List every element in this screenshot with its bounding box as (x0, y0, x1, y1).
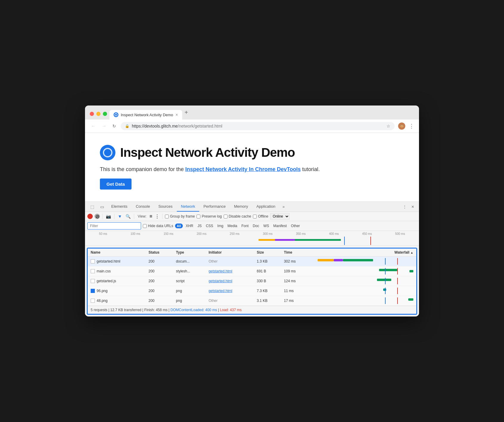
wf-blue-line (385, 258, 386, 265)
separator-1 (102, 214, 103, 219)
requests-count: 5 requests (91, 308, 107, 312)
browser-menu-button[interactable]: ⋮ (409, 123, 414, 129)
url-path: /network/getstarted.html (178, 124, 222, 128)
header-initiator: Initiator (206, 249, 254, 257)
cell-status: 200 (146, 276, 173, 286)
offline-checkbox[interactable] (253, 215, 257, 218)
traffic-light-red[interactable] (90, 112, 94, 116)
table-row[interactable]: 96.png 200 png getstarted.html 7.3 KB 11… (88, 286, 416, 296)
forward-button[interactable]: → (101, 122, 108, 130)
tl-300ms: 300 ms (263, 232, 273, 235)
tab-memory[interactable]: Memory (230, 202, 252, 212)
tutorial-link[interactable]: Inspect Network Activity In Chrome DevTo… (185, 166, 301, 172)
filter-icon[interactable]: ▼ (117, 213, 123, 220)
cell-name: 48.png (88, 296, 146, 306)
clear-button[interactable]: ⊘ (95, 214, 100, 219)
get-data-button[interactable]: Get Data (100, 179, 132, 190)
cell-waterfall (310, 257, 416, 266)
more-tabs-button[interactable]: » (279, 202, 287, 211)
filter-input[interactable] (87, 222, 141, 229)
page-description: This is the companion demo for the Inspe… (100, 166, 404, 173)
new-tab-button[interactable]: + (185, 109, 188, 120)
table-row[interactable]: main.css 200 stylesh... getstarted.html … (88, 266, 416, 276)
initiator-link[interactable]: getstarted.html (209, 269, 232, 273)
camera-icon[interactable]: 📷 (105, 213, 112, 220)
devtools-settings-button[interactable]: ⋮ (401, 203, 409, 211)
traffic-light-green[interactable] (103, 112, 107, 116)
media-filter[interactable]: Media (226, 223, 239, 229)
tab-console[interactable]: Console (132, 202, 154, 212)
table-row[interactable]: getstarted.html 200 docum... Other 1.3 K… (88, 257, 416, 266)
header-status: Status (146, 249, 173, 257)
wf-blue-line (385, 268, 386, 274)
cell-initiator: getstarted.html (206, 276, 254, 286)
inspect-element-button[interactable]: ⬚ (87, 202, 97, 212)
page-title: Inspect Network Activity Demo (120, 145, 295, 160)
header-time: Time (281, 249, 310, 257)
hide-data-urls-checkbox[interactable] (143, 224, 147, 228)
record-button[interactable] (87, 214, 93, 219)
finish-time: Finish: 458 ms (144, 308, 168, 312)
tl-150ms: 150 ms (163, 232, 173, 235)
tab-application[interactable]: Application (252, 202, 280, 212)
browser-tab[interactable]: Inspect Network Activity Demo × (109, 110, 182, 120)
tab-elements[interactable]: Elements (107, 202, 132, 212)
url-bar[interactable]: 🔒 https://devtools.glitch.me/network/get… (121, 122, 395, 130)
list-view-button[interactable]: ≡ (148, 214, 154, 218)
back-button[interactable]: ← (90, 122, 97, 130)
preserve-log-label[interactable]: Preserve log (197, 214, 222, 218)
waterfall-view-button[interactable]: ⋮ (154, 214, 160, 218)
file-icon (91, 269, 95, 273)
cell-waterfall (310, 266, 416, 276)
search-icon[interactable]: 🔍 (125, 213, 132, 220)
wf-bar-green (377, 279, 391, 281)
img-filter[interactable]: Img (216, 223, 225, 229)
tl-bar-purple (275, 239, 295, 241)
tab-sources[interactable]: Sources (154, 202, 177, 212)
separator-2 (114, 214, 115, 219)
all-filter-badge[interactable]: All (175, 224, 183, 228)
doc-filter[interactable]: Doc (252, 223, 260, 229)
ws-filter[interactable]: WS (262, 223, 270, 229)
initiator-link[interactable]: getstarted.html (209, 289, 232, 293)
hide-data-urls-label[interactable]: Hide data URLs (143, 224, 173, 228)
dom-loaded-label: DOMContentLoaded: (171, 308, 204, 312)
table-header-row: Name Status Type Initiator Size (88, 249, 416, 257)
cell-status: 200 (146, 286, 173, 296)
network-throttle-select[interactable]: Online (270, 213, 290, 220)
file-icon (91, 299, 95, 303)
offline-label[interactable]: Offline (253, 214, 268, 218)
tab-close-button[interactable]: × (176, 112, 178, 117)
reload-button[interactable]: ↻ (111, 122, 117, 130)
user-avatar: 🐵 (398, 122, 405, 130)
offline-text: Offline (258, 214, 268, 218)
xhr-filter[interactable]: XHR (185, 223, 194, 229)
group-by-frame-label[interactable]: Group by frame (165, 214, 195, 218)
group-by-frame-checkbox[interactable] (165, 215, 169, 218)
table-row[interactable]: getstarted.js 200 script getstarted.html… (88, 276, 416, 286)
wf-bar-green (379, 269, 397, 271)
network-table-highlight: Name Status Type Initiator Size (87, 248, 417, 315)
bookmark-button[interactable]: ☆ (386, 124, 390, 128)
preserve-log-checkbox[interactable] (197, 215, 200, 218)
address-bar: ← → ↻ 🔒 https://devtools.glitch.me/netwo… (85, 120, 419, 133)
tab-performance[interactable]: Performance (199, 202, 230, 212)
browser-window: Inspect Network Activity Demo × + ← → ↻ … (85, 106, 419, 316)
disable-cache-label[interactable]: Disable cache (224, 214, 251, 218)
devtools-close-button[interactable]: ✕ (409, 203, 417, 211)
header-size: Size (254, 249, 281, 257)
disable-cache-checkbox[interactable] (224, 215, 228, 218)
css-filter[interactable]: CSS (205, 223, 214, 229)
header-waterfall[interactable]: Waterfall ▲ (310, 249, 416, 257)
font-filter[interactable]: Font (240, 223, 250, 229)
traffic-light-yellow[interactable] (96, 112, 101, 116)
js-filter[interactable]: JS (196, 223, 203, 229)
other-filter[interactable]: Other (290, 223, 301, 229)
device-toolbar-button[interactable]: ▭ (97, 202, 107, 212)
tab-network[interactable]: Network (177, 202, 200, 212)
filter-bar: Hide data URLs All XHR JS CSS Img Media … (85, 221, 419, 231)
initiator-link[interactable]: getstarted.html (209, 279, 232, 283)
table-row[interactable]: 48.png 200 png Other 3.1 KB 17 ms (88, 296, 416, 306)
devtools-tabs: ⬚ ▭ Elements Console Sources Network Per… (85, 202, 419, 212)
manifest-filter[interactable]: Manifest (272, 223, 288, 229)
